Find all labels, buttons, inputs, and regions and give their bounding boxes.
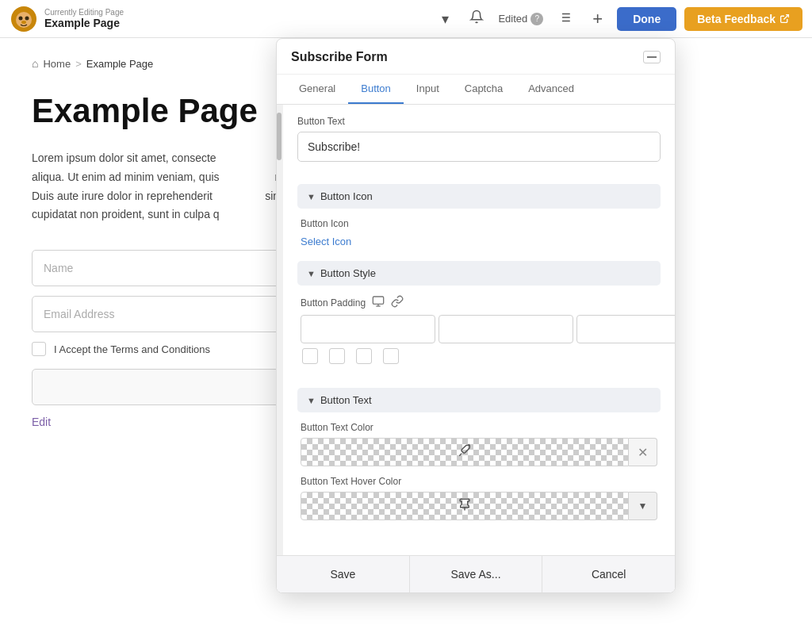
style-collapse-arrow-icon: ▼ xyxy=(307,269,316,278)
done-button[interactable]: Done xyxy=(617,7,676,31)
padding-label-row: Button Padding xyxy=(301,295,657,310)
button-icon-sub-label: Button Icon xyxy=(301,218,657,229)
padding-check-bottom[interactable] xyxy=(356,348,372,364)
notification-bell-button[interactable] xyxy=(463,6,490,31)
eyedropper-icon[interactable] xyxy=(458,443,472,461)
padding-check-left[interactable] xyxy=(383,348,399,364)
panel-footer: Save Save As... Cancel xyxy=(277,555,675,592)
list-button[interactable] xyxy=(551,7,578,31)
svg-point-4 xyxy=(19,16,23,20)
padding-top-input[interactable] xyxy=(301,315,435,343)
padding-right-input[interactable] xyxy=(439,315,573,343)
save-as-button[interactable]: Save As... xyxy=(410,556,543,592)
button-text-color-section: Button Text Color ✕ Button Text Hover Co… xyxy=(297,422,661,539)
pin-icon[interactable] xyxy=(458,497,472,515)
link-icon[interactable] xyxy=(391,295,404,310)
svg-rect-14 xyxy=(373,297,383,304)
svg-point-5 xyxy=(25,16,29,20)
button-style-section-label: Button Style xyxy=(320,267,376,279)
button-padding-label: Button Padding xyxy=(301,297,366,309)
beta-feedback-button[interactable]: Beta Feedback xyxy=(684,7,802,31)
button-text-color-label: Button Text Color xyxy=(301,422,657,433)
tab-captcha[interactable]: Captcha xyxy=(452,75,515,104)
text-collapse-arrow-icon: ▼ xyxy=(307,396,316,405)
cancel-button[interactable]: Cancel xyxy=(542,556,675,592)
button-text-collapsible[interactable]: ▼ Button Text xyxy=(297,388,661,412)
color-clear-button[interactable]: ✕ xyxy=(629,438,657,466)
button-icon-collapsible[interactable]: ▼ Button Icon xyxy=(297,184,661,209)
dropdown-button[interactable]: ▾ xyxy=(435,7,455,31)
button-text-color-row: ✕ xyxy=(301,438,657,466)
button-text-hover-color-input[interactable] xyxy=(301,492,629,520)
tab-input[interactable]: Input xyxy=(404,75,452,104)
padding-check-top[interactable] xyxy=(302,348,318,364)
padding-check-right[interactable] xyxy=(329,348,345,364)
padding-checkboxes-row xyxy=(301,348,657,364)
svg-line-17 xyxy=(459,454,462,456)
svg-line-13 xyxy=(783,15,788,20)
monitor-icon[interactable] xyxy=(372,295,385,310)
button-style-collapsible[interactable]: ▼ Button Style xyxy=(297,261,661,286)
button-icon-content: Button Icon Select Icon xyxy=(297,218,661,258)
tab-general[interactable]: General xyxy=(286,75,348,104)
breadcrumb-separator: > xyxy=(75,58,82,70)
button-text-hover-label: Button Text Hover Color xyxy=(301,476,657,487)
logo-area: Currently Editing Page Example Page xyxy=(10,5,124,33)
edit-link[interactable]: Edit xyxy=(32,416,51,428)
padding-bottom-input[interactable] xyxy=(576,315,675,343)
button-padding-section: Button Padding px xyxy=(297,295,661,385)
breadcrumb-current: Example Page xyxy=(86,58,154,70)
panel-scrollbar[interactable] xyxy=(277,105,283,555)
topbar: Currently Editing Page Example Page ▾ Ed… xyxy=(0,0,812,38)
save-button[interactable]: Save xyxy=(277,556,410,592)
terms-checkbox[interactable] xyxy=(32,342,46,356)
minimize-bar-icon xyxy=(647,56,657,58)
home-icon: ⌂ xyxy=(32,57,38,70)
add-button[interactable]: + xyxy=(586,6,609,33)
currently-editing: Currently Editing Page xyxy=(44,8,124,17)
padding-inputs-row: px xyxy=(301,315,657,343)
panel-scroller[interactable]: Button Text ▼ Button Icon Button Icon Se… xyxy=(283,105,675,555)
help-icon[interactable]: ? xyxy=(530,13,543,25)
breadcrumb-home[interactable]: Home xyxy=(43,58,71,70)
page-label: Currently Editing Page Example Page xyxy=(44,8,124,29)
button-text-label: Button Text xyxy=(297,116,661,127)
tab-advanced[interactable]: Advanced xyxy=(515,75,587,104)
page-name-label: Example Page xyxy=(44,17,124,29)
panel-tabs: General Button Input Captcha Advanced xyxy=(277,75,675,105)
scroll-thumb xyxy=(277,113,282,160)
terms-label: I Accept the Terms and Conditions xyxy=(54,343,210,355)
button-text-hover-color-row: ▼ xyxy=(301,492,657,520)
panel-header: Subscribe Form xyxy=(277,39,675,75)
button-text-section-label: Button Text xyxy=(320,394,372,406)
button-text-color-input[interactable] xyxy=(301,438,629,466)
select-icon-link[interactable]: Select Icon xyxy=(301,236,351,247)
svg-point-6 xyxy=(21,21,26,24)
button-icon-section-label: Button Icon xyxy=(320,190,373,202)
edited-label: Edited xyxy=(498,13,527,25)
bear-icon xyxy=(10,5,38,33)
edited-area: Edited ? xyxy=(498,13,543,25)
button-text-input[interactable] xyxy=(297,132,661,162)
panel-title: Subscribe Form xyxy=(291,50,388,64)
button-text-section: Button Text xyxy=(297,116,661,173)
collapse-arrow-icon: ▼ xyxy=(307,192,316,201)
tab-button[interactable]: Button xyxy=(348,75,404,104)
panel-minimize-button[interactable] xyxy=(643,51,661,63)
subscribe-form-panel: Subscribe Form General Button Input Capt… xyxy=(276,38,676,593)
color-dropdown-button[interactable]: ▼ xyxy=(629,492,657,520)
